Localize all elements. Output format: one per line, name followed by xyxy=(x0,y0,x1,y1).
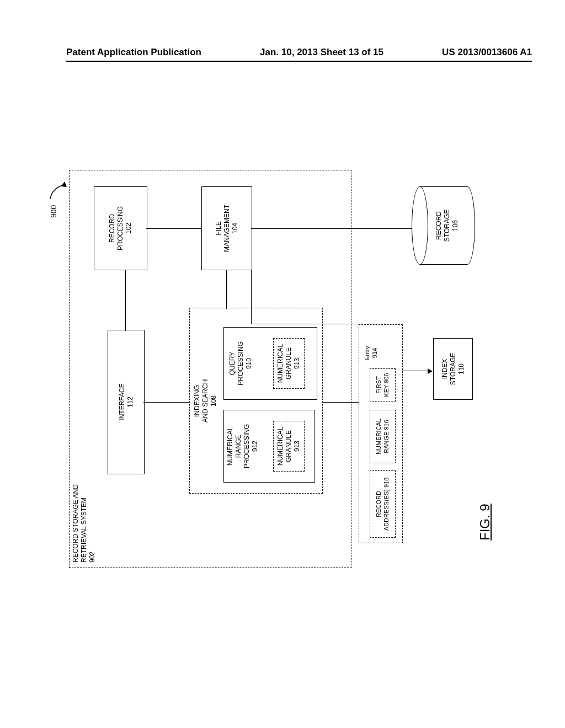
conn xyxy=(125,270,126,331)
conn xyxy=(402,371,429,371)
range-granule-block: NUMERICAL GRANULE 913 xyxy=(273,421,305,472)
ref-900: 900 xyxy=(49,205,58,218)
header-left: Patent Application Publication xyxy=(66,47,201,58)
page: Patent Application Publication Jan. 10, … xyxy=(0,0,565,728)
interface-block: INTERFACE 112 xyxy=(108,330,145,474)
conn xyxy=(143,402,189,403)
query-granule-block: NUMERICAL GRANULE 913 xyxy=(273,338,305,389)
record-processing-block: RECORD PROCESSING 102 xyxy=(94,186,147,270)
record-addresses-block: RECORD ADDRESS(ES) 918 xyxy=(370,470,396,538)
entry-label: Entry 914 xyxy=(361,339,381,367)
figure-label: FIG. 9 xyxy=(477,504,493,540)
conn xyxy=(146,228,201,229)
header-center: Jan. 10, 2013 Sheet 13 of 15 xyxy=(260,47,383,58)
page-header: Patent Application Publication Jan. 10, … xyxy=(66,47,532,58)
conn xyxy=(251,270,252,324)
conn xyxy=(251,228,412,229)
index-storage-block: INDEX STORAGE 110 xyxy=(433,338,473,400)
conn xyxy=(251,324,359,324)
diagram: RECORD STORAGE AND RETRIEVAL SYSTEM 902 … xyxy=(36,168,521,571)
conn xyxy=(226,270,227,309)
conn xyxy=(322,402,359,403)
file-management-block: FILE MANAGEMENT 104 xyxy=(201,186,252,270)
indexing-title: INDEXING AND SEARCH 108 xyxy=(191,373,219,429)
arrow-icon xyxy=(428,368,433,374)
system-title: RECORD STORAGE AND RETRIEVAL SYSTEM 902 xyxy=(72,441,102,563)
first-key-block: FIRST KEY 906 xyxy=(370,368,396,402)
header-rule xyxy=(66,61,532,62)
numerical-range-block: NUMERICAL RANGE 916 xyxy=(370,410,396,463)
record-storage-cylinder: RECORD STORAGE 106 xyxy=(419,186,475,265)
svg-marker-0 xyxy=(61,181,67,187)
header-right: US 2013/0013606 A1 xyxy=(442,47,532,58)
ref-arrow-icon xyxy=(48,178,69,200)
